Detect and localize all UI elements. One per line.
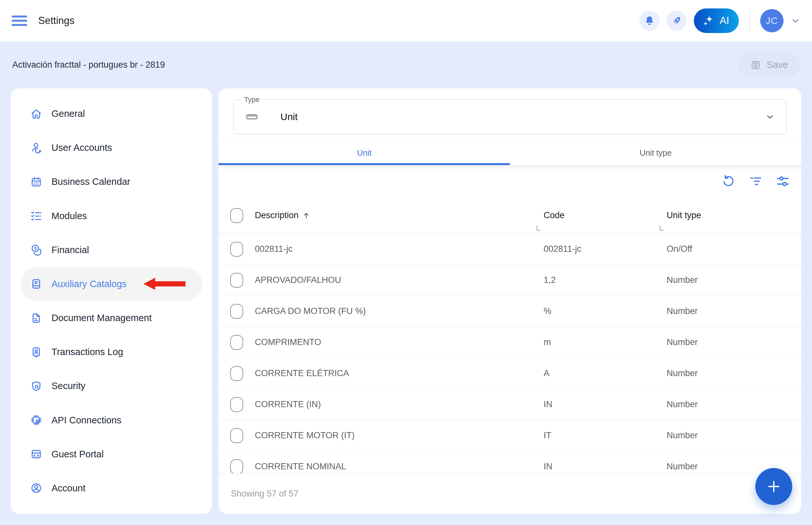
showing-count: Showing 57 of 57 xyxy=(231,489,298,499)
settings-sidebar: General User Accounts Business Calendar … xyxy=(11,88,212,514)
home-icon xyxy=(29,107,43,121)
sidebar-item-label: Financial xyxy=(51,245,89,255)
sidebar-item-label: Auxiliary Catalogs xyxy=(51,279,127,289)
row-checkbox[interactable] xyxy=(230,304,243,319)
table-footer: Showing 57 of 57 xyxy=(219,473,801,514)
sidebar-item-guest-portal[interactable]: Guest Portal xyxy=(20,437,202,471)
column-header-code[interactable]: Code xyxy=(544,210,667,221)
refresh-icon[interactable] xyxy=(721,174,736,189)
document-icon xyxy=(29,311,43,325)
sidebar-item-security[interactable]: Security xyxy=(20,369,202,403)
sidebar-item-label: Document Management xyxy=(51,313,152,323)
sidebar-item-label: Modules xyxy=(51,211,87,221)
svg-text:$: $ xyxy=(34,246,36,251)
sidebar-item-label: User Accounts xyxy=(51,142,112,153)
auxiliary-catalogs-panel: Type Unit UnitUnit type xyxy=(219,88,801,514)
ai-label: AI xyxy=(720,15,729,27)
sidebar-item-account[interactable]: Account xyxy=(20,471,202,505)
avatar[interactable]: JC xyxy=(760,9,783,32)
whats-new-button[interactable] xyxy=(667,11,687,31)
menu-icon[interactable] xyxy=(12,16,27,26)
sidebar-item-auxiliary-catalogs[interactable]: Auxiliary Catalogs xyxy=(20,267,202,301)
sidebar-item-label: Business Calendar xyxy=(51,176,130,187)
filter-icon[interactable] xyxy=(748,174,763,189)
table-row[interactable]: COMPRIMENTO m Number xyxy=(219,327,801,358)
row-checkbox[interactable] xyxy=(230,428,243,443)
table-header: Description Code Unit type xyxy=(219,197,801,234)
column-resize-handle[interactable] xyxy=(536,226,540,231)
sidebar-item-financial[interactable]: $ Financial xyxy=(20,233,202,267)
sidebar-item-modules[interactable]: Modules xyxy=(20,199,202,233)
checklist-icon xyxy=(29,209,43,223)
plus-icon xyxy=(765,478,782,495)
row-checkbox[interactable] xyxy=(230,397,243,412)
ai-assistant-button[interactable]: AI xyxy=(694,9,739,33)
rocket-icon xyxy=(670,15,683,27)
topbar-divider xyxy=(749,10,750,31)
table-row[interactable]: CORRENTE ELÉTRICA A Number xyxy=(219,358,801,389)
table-row[interactable]: CORRENTE MOTOR (IT) IT Number xyxy=(219,420,801,451)
sidebar-item-user-accounts[interactable]: User Accounts xyxy=(20,131,202,165)
tab-label: Unit type xyxy=(640,148,672,158)
tab-unit[interactable]: Unit xyxy=(219,141,510,165)
page-title: Settings xyxy=(38,15,74,27)
select-all-checkbox[interactable] xyxy=(230,208,243,223)
sidebar-item-label: Transactions Log xyxy=(51,347,123,357)
financial-icon: $ xyxy=(29,243,43,257)
table-row[interactable]: APROVADO/FALHOU 1,2 Number xyxy=(219,265,801,296)
chevron-down-icon[interactable] xyxy=(791,16,800,26)
column-header-description[interactable]: Description xyxy=(255,210,544,221)
sidebar-item-label: Account xyxy=(51,483,86,494)
row-checkbox[interactable] xyxy=(230,273,243,288)
sidebar-item-label: General xyxy=(51,108,85,119)
type-section: Type Unit xyxy=(219,88,801,141)
table-row[interactable]: CORRENTE (IN) IN Number xyxy=(219,389,801,420)
calendar-icon xyxy=(29,175,43,189)
account-icon xyxy=(29,481,43,495)
portal-icon xyxy=(29,447,43,461)
tune-icon[interactable] xyxy=(776,174,790,189)
company-title: Activación fracttal - portugues br - 281… xyxy=(12,60,165,70)
transactions-icon xyxy=(29,345,43,359)
row-checkbox[interactable] xyxy=(230,366,243,381)
bell-icon xyxy=(643,15,655,27)
row-checkbox[interactable] xyxy=(230,335,243,350)
tab-label: Unit xyxy=(357,148,371,158)
sidebar-item-general[interactable]: General xyxy=(20,97,202,131)
sidebar-item-transactions-log[interactable]: Transactions Log xyxy=(20,335,202,369)
type-select[interactable]: Type Unit xyxy=(233,99,786,134)
column-header-unit-type[interactable]: Unit type xyxy=(667,210,789,221)
sort-ascending-icon xyxy=(302,211,311,220)
sidebar-item-business-calendar[interactable]: Business Calendar xyxy=(20,165,202,199)
column-resize-handle[interactable] xyxy=(660,226,663,231)
security-icon xyxy=(29,379,43,393)
sidebar-item-label: Guest Portal xyxy=(51,449,104,460)
sub-header: Activación fracttal - portugues br - 281… xyxy=(0,42,812,88)
sidebar-item-document-management[interactable]: Document Management xyxy=(20,301,202,335)
sidebar-item-api-connections[interactable]: API Connections xyxy=(20,403,202,437)
highlight-arrow-icon xyxy=(144,277,186,291)
catalogs-icon xyxy=(29,277,43,291)
user-add-icon xyxy=(29,141,43,155)
row-checkbox[interactable] xyxy=(230,459,243,474)
ruler-icon xyxy=(245,110,259,124)
save-label: Save xyxy=(767,60,788,70)
add-button[interactable] xyxy=(755,468,792,505)
table-toolbar xyxy=(219,165,801,197)
sidebar-item-label: API Connections xyxy=(51,415,121,426)
sparkle-icon xyxy=(702,14,715,28)
row-checkbox[interactable] xyxy=(230,242,243,257)
tab-unit-type[interactable]: Unit type xyxy=(510,141,801,165)
tab-bar: UnitUnit type xyxy=(219,141,801,165)
table-body: 002811-jc 002811-jc On/Off APROVADO/FALH… xyxy=(219,234,801,473)
notifications-button[interactable] xyxy=(639,11,660,31)
table-row[interactable]: 002811-jc 002811-jc On/Off xyxy=(219,234,801,265)
table-row[interactable]: CORRENTE NOMINAL IN Number xyxy=(219,451,801,473)
chevron-down-icon xyxy=(765,112,775,122)
save-button[interactable]: Save xyxy=(738,53,800,77)
top-bar: Settings xyxy=(0,0,812,42)
table-row[interactable]: CARGA DO MOTOR (FU %) % Number xyxy=(219,296,801,327)
type-select-label: Type xyxy=(241,95,263,104)
sidebar-item-label: Security xyxy=(51,381,86,391)
type-select-value: Unit xyxy=(280,111,297,122)
